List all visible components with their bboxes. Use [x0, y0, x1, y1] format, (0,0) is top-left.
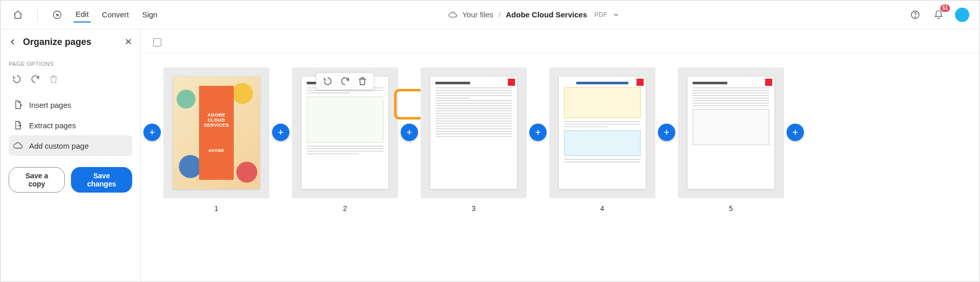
svg-point-2 [915, 16, 915, 17]
back-icon[interactable] [9, 38, 17, 46]
topbar-left: Edit Convert Sign [11, 7, 159, 22]
page-slot-2[interactable]: 2 [292, 67, 398, 213]
notifications-badge: 51 [940, 5, 950, 12]
cloud-icon [448, 10, 457, 19]
insert-page-button[interactable] [529, 124, 547, 141]
page-number: 5 [729, 204, 733, 213]
option-label: Extract pages [29, 121, 76, 130]
insert-gap-4 [655, 67, 678, 141]
page-slot-5[interactable]: 5 [678, 67, 784, 213]
insert-gap-2 [398, 67, 421, 141]
option-label: Insert pages [29, 101, 71, 109]
sidebar-header: Organize pages ✕ [9, 36, 132, 48]
rotate-right-icon[interactable] [340, 76, 350, 86]
trash-icon[interactable] [357, 76, 368, 86]
notifications-icon[interactable]: 51 [932, 8, 946, 22]
document-extension: PDF [594, 11, 607, 18]
insert-page-button[interactable] [787, 124, 804, 141]
option-extract-pages[interactable]: Extract pages [9, 115, 132, 135]
page-number: 1 [214, 204, 218, 213]
chevron-down-icon[interactable] [612, 11, 620, 18]
cover-brand: ADOBE [208, 148, 224, 153]
workspace: ADOBE CLOUD SERVICES ADOBE 1 [141, 29, 979, 281]
page-thumbnail[interactable]: ADOBE CLOUD SERVICES ADOBE [173, 77, 260, 189]
crumb-root[interactable]: Your files [462, 10, 494, 19]
page-number: 2 [343, 204, 347, 213]
help-icon[interactable] [908, 8, 922, 22]
insert-gap-0 [141, 67, 163, 141]
rotate-right-icon[interactable] [30, 74, 40, 84]
cover-title-line2: SERVICES [204, 123, 229, 128]
rotate-left-icon[interactable] [12, 74, 22, 84]
highlight-ring [394, 89, 425, 120]
sidebar: Organize pages ✕ PAGE OPTIONS Insert pag… [1, 29, 141, 281]
selection-tool-icon[interactable] [50, 8, 64, 22]
home-icon[interactable] [11, 8, 25, 22]
select-all-checkbox[interactable] [153, 38, 161, 46]
option-insert-pages[interactable]: Insert pages [9, 95, 132, 115]
insert-page-button[interactable] [143, 124, 161, 141]
workspace-topbar [141, 38, 979, 53]
topbar: Edit Convert Sign Your files / Adobe Clo… [1, 1, 979, 29]
menu-convert[interactable]: Convert [100, 7, 131, 22]
insert-page-button-highlighted[interactable] [401, 124, 418, 141]
crumb-separator: / [499, 10, 501, 19]
page-hover-toolbar [316, 73, 374, 90]
insert-gap-5 [784, 67, 806, 141]
divider [37, 8, 38, 21]
insert-gap-3 [527, 67, 549, 141]
page-slot-1[interactable]: ADOBE CLOUD SERVICES ADOBE 1 [163, 67, 270, 213]
rotate-left-icon[interactable] [323, 76, 333, 86]
main: Organize pages ✕ PAGE OPTIONS Insert pag… [1, 29, 979, 281]
save-copy-button[interactable]: Save a copy [9, 167, 65, 193]
avatar[interactable] [955, 8, 969, 22]
page-tool-row [9, 74, 132, 84]
page-thumbnail[interactable] [688, 77, 774, 189]
sidebar-title: Organize pages [23, 37, 118, 48]
page-thumbnail[interactable] [302, 77, 388, 189]
breadcrumb: Your files / Adobe Cloud Services PDF [159, 10, 908, 19]
page-strip: ADOBE CLOUD SERVICES ADOBE 1 [141, 53, 979, 213]
document-title: Adobe Cloud Services [506, 10, 587, 19]
save-changes-button[interactable]: Save changes [71, 167, 132, 193]
insert-gap-1 [270, 67, 292, 141]
page-number: 4 [600, 204, 604, 213]
trash-icon[interactable] [48, 74, 59, 84]
menu-edit[interactable]: Edit [74, 7, 91, 22]
menu-sign[interactable]: Sign [140, 7, 159, 22]
page-slot-4[interactable]: 4 [549, 67, 655, 213]
option-add-custom-page[interactable]: Add custom page [9, 135, 132, 156]
cover-title-line1: ADOBE CLOUD [201, 112, 232, 123]
close-icon[interactable]: ✕ [125, 36, 132, 48]
topbar-right: 51 [908, 8, 969, 22]
page-thumbnail[interactable] [559, 77, 646, 189]
page-slot-3[interactable]: 3 [421, 67, 527, 213]
option-label: Add custom page [29, 142, 89, 150]
page-thumbnail[interactable] [430, 77, 517, 189]
section-label: PAGE OPTIONS [9, 61, 132, 67]
insert-page-button[interactable] [658, 124, 675, 141]
insert-page-button[interactable] [272, 124, 289, 141]
sidebar-actions: Save a copy Save changes [9, 167, 132, 193]
page-number: 3 [472, 204, 476, 213]
